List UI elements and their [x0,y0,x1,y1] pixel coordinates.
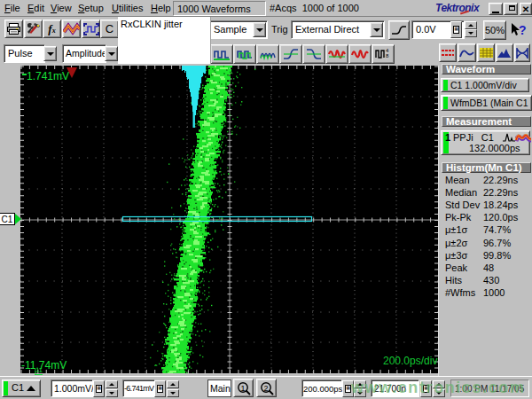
svg-text:?: ? [519,23,527,37]
svg-text:2: 2 [263,384,268,393]
svg-text:1: 1 [240,384,245,393]
svg-text:8: 8 [386,53,389,59]
